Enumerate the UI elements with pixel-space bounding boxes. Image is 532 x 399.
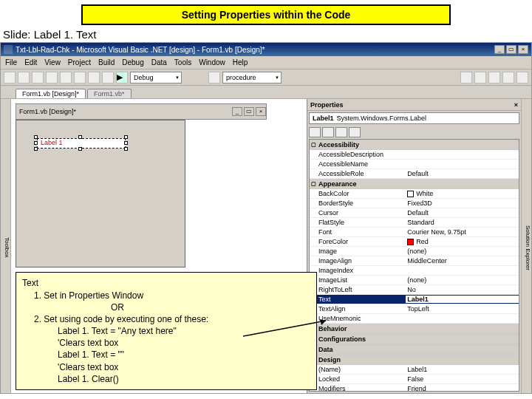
- property-row[interactable]: FontCourier New, 9.75pt: [310, 228, 519, 237]
- resize-handle[interactable]: [34, 147, 38, 151]
- property-row[interactable]: (Name)Label1: [310, 365, 519, 375]
- property-value[interactable]: No: [406, 286, 519, 293]
- property-name: TextAlign: [310, 305, 406, 313]
- solution-explorer-tab[interactable]: Solution Explorer: [521, 99, 531, 393]
- property-name: AccessibleName: [310, 160, 406, 168]
- menu-view[interactable]: View: [44, 58, 61, 66]
- property-category[interactable]: Accessibility: [310, 140, 519, 150]
- mdi-min-button[interactable]: _: [232, 107, 242, 116]
- property-row[interactable]: BorderStyleFixed3D: [310, 199, 519, 208]
- resize-handle[interactable]: [34, 141, 38, 145]
- tab-design[interactable]: Form1.vb [Design]*: [16, 89, 86, 98]
- menu-help[interactable]: Help: [233, 58, 248, 66]
- toolbar-align3-icon[interactable]: [488, 72, 500, 83]
- property-name: FlatStyle: [310, 219, 406, 226]
- menu-edit[interactable]: Edit: [24, 58, 37, 66]
- property-row[interactable]: BackColorWhite: [310, 189, 519, 199]
- properties-header: Properties ×: [307, 99, 521, 111]
- property-value[interactable]: Standard: [406, 219, 519, 226]
- menu-debug[interactable]: Debug: [122, 58, 143, 66]
- property-row[interactable]: CursorDefault: [310, 208, 519, 218]
- property-category[interactable]: Behavior: [310, 324, 519, 334]
- property-value[interactable]: Fixed3D: [406, 200, 519, 207]
- resize-handle[interactable]: [124, 147, 128, 151]
- restore-button[interactable]: ▭: [506, 45, 516, 54]
- toolbar-paste-icon[interactable]: [74, 72, 86, 83]
- menu-project[interactable]: Project: [68, 58, 91, 66]
- property-value[interactable]: (none): [406, 276, 519, 284]
- toolbar-copy-icon[interactable]: [60, 72, 72, 83]
- resize-handle[interactable]: [78, 135, 82, 139]
- object-selector[interactable]: Label1 System.Windows.Forms.Label: [309, 112, 519, 124]
- property-row[interactable]: RightToLeftNo: [310, 285, 519, 295]
- property-value[interactable]: TopLeft: [406, 305, 519, 313]
- resize-handle[interactable]: [34, 135, 38, 139]
- property-grid[interactable]: AccessibilityAccessibleDescriptionAccess…: [309, 139, 519, 392]
- property-row[interactable]: AccessibleDescription: [310, 150, 519, 160]
- property-value[interactable]: (none): [406, 248, 519, 255]
- mdi-max-button[interactable]: ▭: [244, 107, 254, 116]
- property-value[interactable]: Default: [406, 209, 519, 216]
- property-name: BorderStyle: [310, 200, 406, 207]
- property-value[interactable]: White: [406, 190, 519, 197]
- property-row[interactable]: ImageAlignMiddleCenter: [310, 256, 519, 266]
- property-value[interactable]: Friend: [406, 385, 519, 392]
- property-row[interactable]: ImageList(none): [310, 276, 519, 285]
- property-row[interactable]: ForeColorRed: [310, 237, 519, 247]
- menu-tools[interactable]: Tools: [174, 58, 191, 66]
- property-row[interactable]: ModifiersFriend: [310, 384, 519, 392]
- property-row[interactable]: Image(none): [310, 247, 519, 256]
- property-value[interactable]: Courier New, 9.75pt: [406, 228, 519, 236]
- toolbar-find-icon[interactable]: [208, 72, 220, 83]
- property-category[interactable]: Data: [310, 344, 519, 355]
- property-value[interactable]: Label1: [406, 366, 519, 373]
- property-value[interactable]: False: [406, 375, 519, 383]
- property-row[interactable]: TextAlignTopLeft: [310, 304, 519, 314]
- menu-file[interactable]: File: [5, 58, 17, 66]
- menu-build[interactable]: Build: [98, 58, 115, 66]
- resize-handle[interactable]: [124, 135, 128, 139]
- property-value[interactable]: Default: [406, 170, 519, 177]
- toolbar-save-icon[interactable]: [32, 72, 44, 83]
- alphabetical-icon[interactable]: [322, 127, 334, 137]
- menu-window[interactable]: Window: [199, 58, 225, 66]
- property-row[interactable]: AccessibleName: [310, 160, 519, 169]
- close-button[interactable]: ×: [518, 45, 528, 54]
- property-value[interactable]: Label1: [406, 296, 519, 303]
- toolbar-align-icon[interactable]: [460, 72, 472, 83]
- tab-code[interactable]: Form1.vb*: [87, 89, 132, 98]
- events-icon[interactable]: [349, 127, 361, 137]
- toolbar-cut-icon[interactable]: [46, 72, 58, 83]
- panel-close-icon[interactable]: ×: [514, 101, 518, 109]
- properties-icon[interactable]: [335, 127, 347, 137]
- toolbar-redo-icon[interactable]: [102, 72, 114, 83]
- find-combo[interactable]: procedure: [222, 72, 282, 83]
- toolbar-align2-icon[interactable]: [474, 72, 486, 83]
- property-value[interactable]: Red: [406, 238, 519, 245]
- menu-data[interactable]: Data: [151, 58, 167, 66]
- property-category[interactable]: Design: [310, 355, 519, 365]
- resize-handle[interactable]: [78, 147, 82, 151]
- form-canvas[interactable]: Label 1: [16, 120, 185, 267]
- resize-handle[interactable]: [124, 141, 128, 145]
- property-category[interactable]: Configurations: [310, 334, 519, 344]
- toolbar-new-icon[interactable]: [4, 72, 16, 83]
- toolbar-run-icon[interactable]: ▶: [116, 72, 128, 83]
- toolbar-undo-icon[interactable]: [88, 72, 100, 83]
- property-value[interactable]: MiddleCenter: [406, 257, 519, 265]
- property-row[interactable]: AccessibleRoleDefault: [310, 169, 519, 179]
- toolbar-align5-icon[interactable]: [516, 72, 528, 83]
- property-row[interactable]: UseMnemonic: [310, 314, 519, 324]
- property-category[interactable]: Appearance: [310, 179, 519, 189]
- property-row[interactable]: LockedFalse: [310, 375, 519, 384]
- toolbar-open-icon[interactable]: [18, 72, 30, 83]
- toolbox-tab[interactable]: Toolbox: [1, 99, 11, 393]
- minimize-button[interactable]: _: [494, 45, 505, 54]
- toolbar-align4-icon[interactable]: [502, 72, 514, 83]
- property-row[interactable]: ImageIndex: [310, 266, 519, 276]
- property-row[interactable]: FlatStyleStandard: [310, 218, 519, 228]
- mdi-close-button[interactable]: ×: [256, 107, 266, 116]
- categorized-icon[interactable]: [309, 127, 321, 137]
- property-row[interactable]: TextLabel1: [310, 295, 519, 304]
- config-combo[interactable]: Debug: [130, 72, 182, 83]
